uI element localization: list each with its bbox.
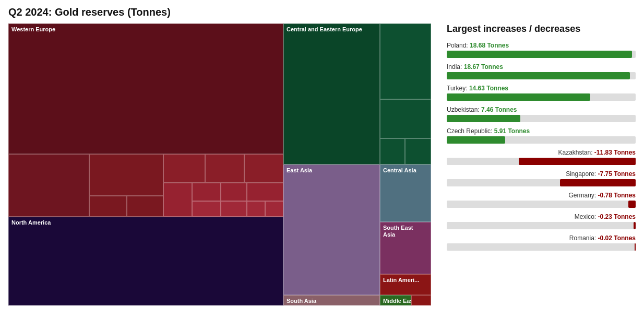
treemap-cell-8[interactable] [163,183,192,217]
bar-fill [447,115,520,122]
bar-item-label: Kazakhstan: -11.83 Tonnes [447,149,636,156]
treemap-cell-2[interactable] [89,154,163,196]
treemap-region-central-and-eastern-europe[interactable]: Central and Eastern Europe [283,24,380,165]
treemap-cell-label: Latin Ameri... [383,277,419,284]
treemap-cell-9[interactable] [192,183,221,201]
bar-item: India: 18.67 Tonnes [447,63,636,79]
bar-track [447,72,636,79]
bar-item: Singapore: -7.75 Tonnes [447,170,636,186]
bar-fill [628,201,636,208]
bar-track [447,222,636,229]
bar-fill [560,179,636,186]
bar-item-label: Czech Republic: 5.91 Tonnes [447,127,636,135]
treemap-cell-19[interactable] [380,99,431,138]
bar-item-label: Poland: 18.68 Tonnes [447,42,636,49]
bar-item-label: Singapore: -7.75 Tonnes [447,170,636,178]
treemap-cell-7[interactable] [244,154,283,183]
bar-track [447,201,636,208]
bar-item-label: Uzbekistan: 7.46 Tonnes [447,106,636,113]
treemap-region-middle-east[interactable]: Middle East... [380,295,411,306]
treemap-cell-label: Central Asia [383,167,416,174]
bar-item-label: Turkey: 14.63 Tonnes [447,85,636,92]
bar-item: Romania: -0.02 Tonnes [447,234,636,251]
treemap: Western EuropeNorth AmericaCentral and E… [8,24,431,306]
treemap-cell-15[interactable] [265,201,283,217]
page-title: Q2 2024: Gold reserves (Tonnes) [8,6,636,18]
right-panel: Largest increases / decreases Poland: 18… [442,24,636,311]
bar-track [447,243,636,251]
treemap-cell-1[interactable] [8,154,89,217]
bar-item: Kazakhstan: -11.83 Tonnes [447,149,636,165]
bar-track [447,115,636,122]
treemap-cell-21[interactable] [405,138,431,165]
treemap-cell-20[interactable] [380,138,405,165]
treemap-cell-6[interactable] [205,154,244,183]
bar-fill [519,158,636,165]
bars-container: Poland: 18.68 TonnesIndia: 18.67 TonnesT… [447,42,636,251]
bar-track [447,158,636,165]
treemap-region-western-europe[interactable]: Western Europe [8,24,283,154]
treemap-cell-14[interactable] [247,201,265,217]
bar-track [447,136,636,144]
bar-track [447,51,636,58]
treemap-region-central-asia[interactable]: Central Asia [380,165,431,222]
treemap-region-south-east-asia[interactable]: South East Asia [380,222,431,274]
treemap-cell-label: Western Europe [11,26,55,33]
treemap-cell-label: East Asia [287,167,312,174]
bar-fill [634,222,636,229]
bar-fill [447,93,590,101]
bar-item: Uzbekistan: 7.46 Tonnes [447,106,636,122]
treemap-cell-label: Middle East... [383,298,411,304]
treemap-cell-label: South Asia [287,298,316,304]
treemap-cell-18[interactable] [380,24,431,99]
treemap-container: Western EuropeNorth AmericaCentral and E… [8,24,431,306]
bar-item-label: Germany: -0.78 Tonnes [447,192,636,199]
bar-item: Poland: 18.68 Tonnes [447,42,636,58]
bar-track [447,179,636,186]
bar-fill [447,72,630,79]
treemap-cell-4[interactable] [127,196,163,217]
treemap-region-latin-ameri[interactable]: Latin Ameri... [380,274,431,295]
treemap-cell-13[interactable] [221,201,247,217]
bar-item: Czech Republic: 5.91 Tonnes [447,127,636,144]
treemap-cell-3[interactable] [89,196,127,217]
treemap-cell-12[interactable] [192,201,221,217]
treemap-cell-10[interactable] [221,183,247,201]
treemap-cell-label: North America [11,219,51,226]
treemap-cell-28[interactable] [411,295,431,306]
treemap-region-east-asia[interactable]: East Asia [283,165,380,295]
bar-item: Germany: -0.78 Tonnes [447,192,636,208]
bar-item: Mexico: -0.23 Tonnes [447,213,636,229]
treemap-cell-label: Central and Eastern Europe [287,26,362,33]
bar-item-label: Mexico: -0.23 Tonnes [447,213,636,220]
bar-item-label: India: 18.67 Tonnes [447,63,636,71]
treemap-cell-5[interactable] [163,154,205,183]
right-panel-heading: Largest increases / decreases [447,24,636,34]
treemap-cell-11[interactable] [247,183,283,201]
bar-fill [447,51,632,58]
main-content: Western EuropeNorth AmericaCentral and E… [8,24,636,311]
treemap-cell-label: South East Asia [383,225,413,238]
bar-fill [635,243,636,251]
bar-item: Turkey: 14.63 Tonnes [447,85,636,101]
bar-track [447,93,636,101]
bar-item-label: Romania: -0.02 Tonnes [447,234,636,242]
bar-fill [447,136,505,144]
treemap-region-south-asia[interactable]: South Asia [283,295,380,306]
treemap-region-north-america[interactable]: North America [8,217,283,306]
